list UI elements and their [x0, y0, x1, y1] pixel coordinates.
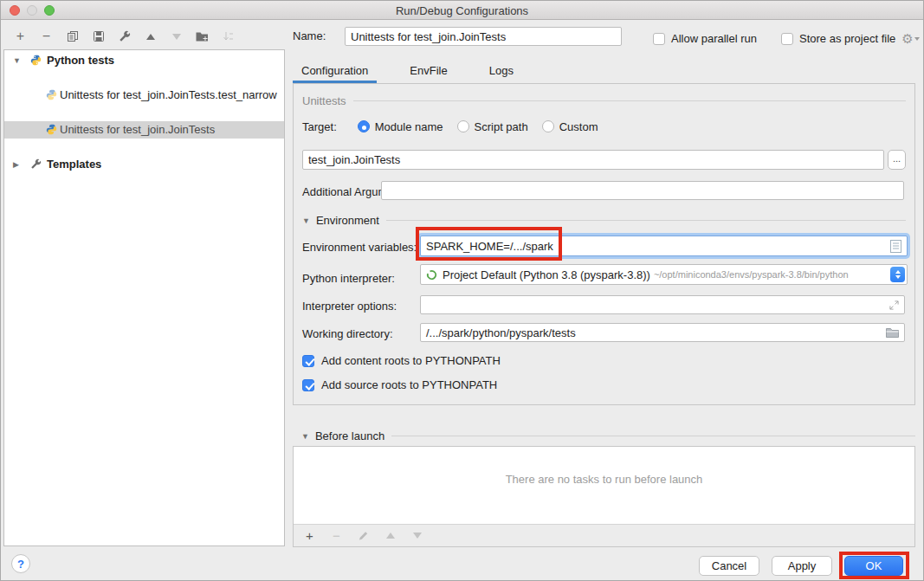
- working-directory-input[interactable]: /.../spark/python/pyspark/tests: [420, 323, 905, 342]
- module-name-input[interactable]: [302, 150, 884, 170]
- interpreter-stepper-icon[interactable]: [890, 267, 905, 282]
- tab-envfile[interactable]: EnvFile: [401, 61, 456, 83]
- tab-bar: Configuration EnvFile Logs: [293, 61, 522, 83]
- add-content-roots-option[interactable]: Add content roots to PYTHONPATH: [302, 354, 501, 367]
- tab-logs[interactable]: Logs: [481, 61, 522, 83]
- store-as-project-file-label: Store as project file: [799, 32, 895, 45]
- apply-button[interactable]: Apply: [772, 556, 832, 576]
- edit-task-icon[interactable]: [356, 528, 371, 543]
- python-test-icon: [46, 89, 57, 100]
- interpreter-options-input[interactable]: [420, 295, 905, 314]
- python-test-icon: [46, 124, 57, 135]
- python-interpreter-value: Project Default (Python 3.8 (pyspark-3.8…: [443, 268, 650, 281]
- before-launch-empty-message: There are no tasks to run before launch: [294, 473, 914, 486]
- python-interpreter-select[interactable]: Project Default (Python 3.8 (pyspark-3.8…: [420, 264, 908, 285]
- add-content-roots-label: Add content roots to PYTHONPATH: [321, 354, 501, 367]
- target-row: Target: Module name Script path Custom: [302, 119, 611, 134]
- move-task-up-icon[interactable]: [383, 528, 397, 543]
- save-configuration-icon[interactable]: [91, 29, 106, 44]
- module-name-radio[interactable]: [358, 120, 370, 132]
- environment-collapse-icon[interactable]: ▼: [302, 216, 310, 225]
- templates-wrench-icon: [30, 158, 42, 170]
- add-task-icon[interactable]: +: [302, 528, 317, 543]
- additional-arguments-input[interactable]: [381, 181, 904, 200]
- expand-field-icon[interactable]: [889, 300, 899, 310]
- allow-parallel-run-option[interactable]: Allow parallel run: [653, 32, 757, 45]
- allow-parallel-run-label: Allow parallel run: [671, 32, 757, 45]
- remove-configuration-icon[interactable]: −: [39, 29, 54, 44]
- configurations-toolbar: + −: [13, 28, 236, 45]
- store-as-project-file-option[interactable]: Store as project file ⚙: [781, 32, 920, 45]
- edit-env-vars-list-icon[interactable]: [890, 240, 901, 253]
- python-interpreter-row: Python interpreter:: [302, 268, 395, 288]
- unittests-group-title: Unittests: [302, 94, 346, 107]
- titlebar[interactable]: Run/Debug Configurations: [1, 1, 923, 20]
- working-directory-label: Working directory:: [302, 327, 393, 340]
- tab-configuration[interactable]: Configuration: [293, 61, 377, 83]
- environment-variables-value: SPARK_HOME=/.../spark: [426, 240, 553, 253]
- window-title: Run/Debug Configurations: [1, 4, 923, 17]
- radio-script-path[interactable]: Script path: [457, 120, 528, 133]
- working-directory-row: Working directory:: [302, 324, 393, 343]
- tree-item-label: Unittests for test_join.JoinTests.test_n…: [60, 87, 277, 104]
- python-interpreter-path: ~/opt/miniconda3/envs/pyspark-3.8/bin/py…: [654, 269, 886, 280]
- browse-folder-icon[interactable]: [886, 327, 899, 338]
- target-label: Target:: [302, 120, 337, 133]
- custom-radio[interactable]: [542, 120, 554, 132]
- edit-templates-icon[interactable]: [117, 29, 132, 44]
- tree-item-test-narrow[interactable]: Unittests for test_join.JoinTests.test_n…: [4, 87, 284, 104]
- tree-templates-label: Templates: [47, 156, 101, 173]
- store-options-gear-icon[interactable]: ⚙: [901, 33, 919, 45]
- tree-item-label: Unittests for test_join.JoinTests: [60, 121, 215, 139]
- tree-group-templates[interactable]: ▶ Templates: [4, 156, 284, 173]
- help-button[interactable]: ?: [11, 554, 30, 573]
- add-source-roots-label: Add source roots to PYTHONPATH: [321, 378, 497, 391]
- radio-module-name[interactable]: Module name: [358, 120, 443, 133]
- run-debug-configurations-dialog: Run/Debug Configurations + − ▼ Python: [0, 0, 924, 581]
- add-configuration-icon[interactable]: +: [13, 29, 28, 44]
- configuration-panel: Unittests Target: Module name Script pat…: [293, 83, 915, 405]
- name-input[interactable]: [345, 27, 622, 46]
- expand-icon[interactable]: ▶: [13, 156, 23, 173]
- unittests-group-header: Unittests: [302, 94, 906, 107]
- move-up-icon[interactable]: [143, 29, 158, 44]
- collapse-icon[interactable]: ▼: [13, 52, 23, 69]
- configurations-tree: ▼ Python tests Unittests for test_join.J…: [3, 49, 285, 546]
- before-launch-section-header[interactable]: ▼ Before launch: [301, 429, 915, 442]
- before-launch-collapse-icon[interactable]: ▼: [301, 432, 309, 441]
- add-source-roots-option[interactable]: Add source roots to PYTHONPATH: [302, 378, 497, 391]
- add-source-roots-checkbox[interactable]: [302, 379, 314, 391]
- before-launch-toolbar: + −: [294, 524, 914, 546]
- cancel-button[interactable]: Cancel: [699, 556, 759, 576]
- radio-custom[interactable]: Custom: [542, 120, 598, 133]
- name-label: Name:: [293, 29, 326, 42]
- tree-group-python-tests[interactable]: ▼ Python tests: [4, 52, 284, 69]
- copy-configuration-icon[interactable]: [65, 29, 80, 44]
- environment-section-label: Environment: [316, 214, 379, 227]
- environment-variables-label: Environment variables:: [302, 241, 417, 254]
- tree-group-label: Python tests: [47, 52, 114, 69]
- env-vars-row: Environment variables:: [302, 236, 417, 257]
- script-path-radio[interactable]: [457, 120, 469, 132]
- python-tests-icon: [30, 55, 42, 66]
- new-folder-icon[interactable]: [195, 29, 210, 44]
- move-task-down-icon[interactable]: [410, 528, 424, 543]
- sort-configurations-icon[interactable]: [221, 29, 236, 44]
- conda-env-icon: [426, 269, 437, 281]
- store-as-project-file-checkbox[interactable]: [781, 33, 793, 45]
- browse-module-button[interactable]: ...: [888, 150, 906, 170]
- python-interpreter-label: Python interpreter:: [302, 272, 395, 285]
- environment-section-header[interactable]: ▼ Environment: [302, 214, 906, 227]
- allow-parallel-run-checkbox[interactable]: [653, 33, 665, 45]
- move-down-icon[interactable]: [169, 29, 184, 44]
- before-launch-tasks-panel: There are no tasks to run before launch …: [293, 446, 915, 547]
- name-row: Name:: [293, 29, 326, 48]
- environment-variables-input[interactable]: SPARK_HOME=/.../spark: [420, 236, 908, 256]
- interpreter-options-label: Interpreter options:: [302, 300, 397, 313]
- tree-item-jointests-selected[interactable]: Unittests for test_join.JoinTests: [4, 121, 284, 139]
- before-launch-label: Before launch: [315, 429, 384, 442]
- working-directory-value: /.../spark/python/pyspark/tests: [426, 326, 576, 339]
- add-content-roots-checkbox[interactable]: [302, 355, 314, 367]
- ok-button[interactable]: OK: [844, 556, 903, 576]
- remove-task-icon[interactable]: −: [329, 528, 344, 543]
